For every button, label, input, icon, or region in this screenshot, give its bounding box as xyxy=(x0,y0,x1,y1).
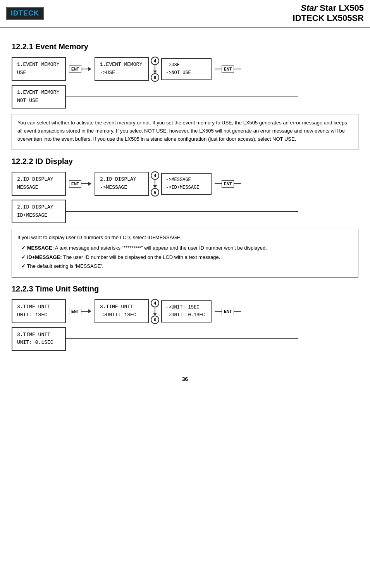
opt-1222-1: ->MESSAGE xyxy=(166,176,207,184)
updown-selector-1: 4 6 xyxy=(151,57,159,82)
lcd-1223-l3: 3.TIME UNIT xyxy=(100,303,143,311)
options-box-1221: ->USE ->NOT USE xyxy=(161,58,212,80)
ent-arrow-1222-1: ENT xyxy=(66,180,95,188)
logo-text: IDTECK xyxy=(11,9,39,17)
opt-line-1: ->USE xyxy=(166,61,207,69)
ent-btn-1223-2: ENT xyxy=(222,308,234,315)
h-arrow-1222-2 xyxy=(215,183,222,184)
desc-intro-1222: If you want to display user ID numbers o… xyxy=(17,234,353,242)
lcd-box-1221-1: 1.EVENT MEMORY USE xyxy=(12,57,66,81)
lcd-box-1222-3: 2.ID DISPLAY ID+MESSAGE xyxy=(12,200,66,224)
lcd-box-1223-1: 3.TIME UNIT UNIT: 1SEC xyxy=(12,299,66,323)
lcd-box-1222-1: 2.ID DISPLAY MESSAGE xyxy=(12,172,66,196)
lx505-label: Star LX505 xyxy=(320,3,364,13)
ent-btn-1222-2: ENT xyxy=(222,180,234,188)
updown-vline-1 xyxy=(155,65,155,71)
section-1222-heading: 12.2.2 ID Display xyxy=(12,157,358,166)
lcd-box-1221-3: 1.EVENT MEMORY NOT USE xyxy=(12,85,66,109)
updown-vline-1223 xyxy=(155,307,155,313)
star-label: Star xyxy=(301,3,320,13)
check-item-1222-2: The default setting is ‘MESSAGE’. xyxy=(21,262,353,270)
lcd-1222-l6: ID+MESSAGE xyxy=(17,212,60,220)
desc-box-1221: You can select whether to activate the e… xyxy=(12,114,358,150)
flow-row-1222-top: 2.ID DISPLAY MESSAGE ENT 2.ID DISPLAY ->… xyxy=(12,171,358,197)
section-1221-heading: 12.2.1 Event Memory xyxy=(12,42,358,51)
ent-arrow-1223-2: ENT xyxy=(212,308,244,315)
lcd-line3: 1.EVENT MEMORY xyxy=(100,61,143,69)
arrow-line-1 xyxy=(81,69,88,69)
h-arrow-1223-1 xyxy=(81,309,91,313)
check-text-1222-1: The user ID number will be displayed on … xyxy=(62,254,220,260)
lcd-box-1223-3: 3.TIME UNIT UNIT: 0.1SEC xyxy=(12,327,66,351)
opt-line-2: ->NOT USE xyxy=(166,69,207,77)
lcd-line4: ->USE xyxy=(100,69,143,77)
lcd-line5: 1.EVENT MEMORY xyxy=(17,89,60,97)
lcd-1223-l4: ->UNIT: 1SEC xyxy=(100,311,143,319)
lcd-1223-l6: UNIT: 0.1SEC xyxy=(17,339,60,347)
flow-row-1221-bottom: 1.EVENT MEMORY NOT USE xyxy=(12,85,358,109)
updown-bottom-1223: 6 xyxy=(151,316,159,324)
h-arrow-1222-3 xyxy=(234,183,241,184)
flow-row-1222-bottom: 2.ID DISPLAY ID+MESSAGE xyxy=(12,200,358,224)
updown-selector-1223: 4 6 xyxy=(151,299,159,324)
updown-arrow-1 xyxy=(153,71,157,73)
product-title: Star Star LX505 IDTECK LX505SR xyxy=(293,3,364,24)
updown-selector-1222: 4 6 xyxy=(151,171,159,197)
main-content: 12.2.1 Event Memory 1.EVENT MEMORY USE E… xyxy=(0,28,370,364)
ent-arrow-1: ENT xyxy=(66,66,95,73)
arrow-right-1 xyxy=(81,67,91,71)
ent-btn-1223-1: ENT xyxy=(69,308,81,315)
desc-text-1221: You can select whether to activate the e… xyxy=(17,119,353,143)
flow-row-1223-bottom: 3.TIME UNIT UNIT: 0.1SEC xyxy=(12,327,358,351)
lcd-box-1221-2: 1.EVENT MEMORY ->USE xyxy=(95,57,149,81)
updown-top-1222: 4 xyxy=(151,171,159,180)
diagram-1223: 3.TIME UNIT UNIT: 1SEC ENT 3.TIME UNIT -… xyxy=(12,299,358,351)
h-arrow-1223-3 xyxy=(234,311,241,312)
lcd-line6: NOT USE xyxy=(17,97,60,105)
updown-arrow-1222 xyxy=(153,185,157,188)
check-item-1222-0: MESSAGE: A text message and asterisks “*… xyxy=(21,244,353,252)
arrowhead-1 xyxy=(88,67,91,71)
ent-arrow-1222-2: ENT xyxy=(212,180,244,188)
arrow-left-2 xyxy=(215,69,222,69)
page-header: IDTECK Star Star LX505 IDTECK LX505SR xyxy=(0,0,370,28)
logo: IDTECK xyxy=(6,7,44,20)
ent-arrow-1223-1: ENT xyxy=(66,308,95,315)
updown-top-1: 4 xyxy=(151,57,159,65)
ent-btn-2: ENT xyxy=(222,66,234,73)
opt-1222-2: ->ID+MESSAGE xyxy=(166,184,207,191)
h-arrow-1223-2 xyxy=(215,311,222,312)
arrow-line-3 xyxy=(234,69,241,69)
lcd-1223-l5: 3.TIME UNIT xyxy=(17,331,60,339)
feedback-line-1222 xyxy=(66,211,298,212)
feedback-line-1223 xyxy=(66,338,298,339)
lcd-line1: 1.EVENT MEMORY xyxy=(17,61,60,69)
lcd-1222-l2: MESSAGE xyxy=(17,184,60,192)
page-number: 36 xyxy=(0,372,370,386)
desc-box-1222: If you want to display user ID numbers o… xyxy=(12,229,358,277)
opt-1223-1: ->UNIT: 1SEC xyxy=(166,303,207,311)
flow-row-1223-top: 3.TIME UNIT UNIT: 1SEC ENT 3.TIME UNIT -… xyxy=(12,299,358,324)
ent-btn-1: ENT xyxy=(69,66,81,73)
check-bold-1222-0: MESSAGE: xyxy=(27,245,54,251)
ent-btn-1222-1: ENT xyxy=(69,180,81,188)
ent-arrow-2: ENT xyxy=(212,66,244,73)
lcd-1223-l2: UNIT: 1SEC xyxy=(17,311,60,319)
opt-1223-2: ->UNIT: 0.1SEC xyxy=(166,311,207,319)
check-bold-1222-1: ID+MESSAGE: xyxy=(27,254,62,260)
lcd-1222-l3: 2.ID DISPLAY xyxy=(100,176,143,184)
diagram-1221: 1.EVENT MEMORY USE ENT 1.EVENT MEMORY ->… xyxy=(12,57,358,109)
product-line1: Star Star LX505 xyxy=(293,3,364,13)
h-arrow-1222-1 xyxy=(81,182,91,186)
lcd-box-1223-2: 3.TIME UNIT ->UNIT: 1SEC xyxy=(95,299,149,323)
lcd-1222-l5: 2.ID DISPLAY xyxy=(17,203,60,212)
updown-top-1223: 4 xyxy=(151,299,159,307)
product-line2: IDTECK LX505SR xyxy=(293,13,364,23)
lcd-1222-l1: 2.ID DISPLAY xyxy=(17,176,60,184)
arrow-line-2 xyxy=(215,69,222,69)
check-item-1222-1: ID+MESSAGE: The user ID number will be d… xyxy=(21,253,353,261)
section-1223-heading: 12.2.3 Time Unit Setting xyxy=(12,285,358,293)
lcd-line2: USE xyxy=(17,69,60,77)
updown-vline-1222 xyxy=(155,180,155,185)
options-box-1223: ->UNIT: 1SEC ->UNIT: 0.1SEC xyxy=(161,300,212,322)
